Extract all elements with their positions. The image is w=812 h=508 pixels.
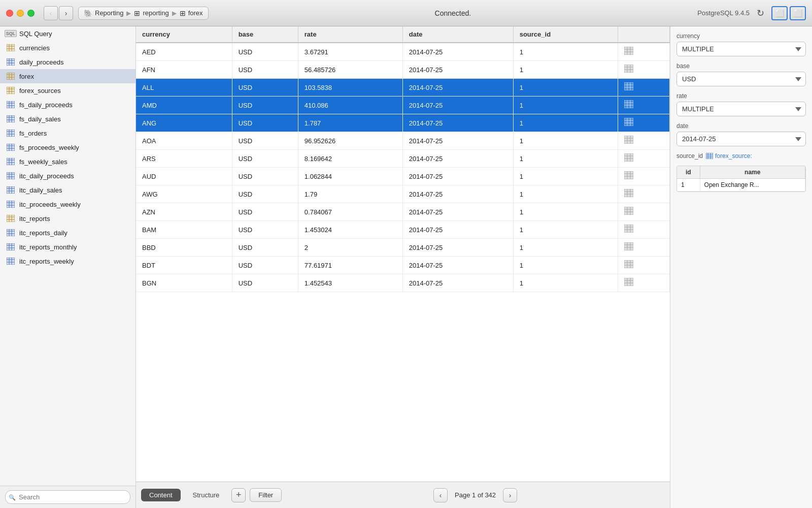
table-row[interactable]: AOAUSD96.9526262014-07-251: [136, 132, 670, 150]
sidebar-item-forex[interactable]: forex: [0, 69, 136, 83]
cell-action[interactable]: [618, 221, 669, 239]
sidebar-item-fs-orders[interactable]: fs_orders: [0, 126, 136, 140]
maximize-button[interactable]: [27, 10, 35, 17]
data-table: currencybaseratedatesource_id AEDUSD3.67…: [136, 26, 670, 292]
cell-action[interactable]: [618, 150, 669, 168]
cell-action[interactable]: [618, 168, 669, 185]
col-header-action: [618, 26, 669, 43]
filter-select-rate[interactable]: MULTIPLE: [676, 102, 806, 116]
cell-source_id: 1: [513, 274, 618, 292]
row-table-icon: [624, 171, 633, 179]
filter-label-base: base: [676, 62, 806, 70]
filter-select-base[interactable]: USD: [676, 72, 806, 86]
view-right-button[interactable]: ⬜: [790, 6, 806, 20]
table-row[interactable]: AZNUSD0.7840672014-07-251: [136, 203, 670, 221]
back-button[interactable]: ‹: [44, 6, 58, 20]
cell-action[interactable]: [618, 114, 669, 132]
right-panel: currencyMULTIPLEbaseUSDrateMULTIPLEdate2…: [670, 26, 812, 508]
breadcrumb-table-label: forex: [188, 9, 203, 17]
table-row[interactable]: AEDUSD3.672912014-07-251: [136, 43, 670, 61]
titlebar: ‹ › 🐘 Reporting ▶ ⊞ reporting ▶ ⊞ forex …: [0, 0, 812, 26]
prev-page-button[interactable]: ‹: [433, 488, 448, 502]
refresh-button[interactable]: ↻: [755, 6, 766, 21]
svg-rect-120: [624, 118, 633, 126]
cell-date: 2014-07-25: [402, 239, 513, 257]
table-row[interactable]: AFNUSD56.4857262014-07-251: [136, 61, 670, 79]
cell-currency: BBD: [136, 239, 232, 257]
sidebar-item-currencies[interactable]: currencies: [0, 41, 136, 55]
table-row[interactable]: AUDUSD1.0628442014-07-251: [136, 168, 670, 185]
cell-action[interactable]: [618, 97, 669, 114]
sidebar-item-itc-reports-weekly[interactable]: itc_reports_weekly: [0, 254, 136, 268]
filter-select-date[interactable]: 2014-07-25: [676, 132, 806, 146]
sidebar-item-itc-proceeds-weekly[interactable]: itc_proceeds_weekly: [0, 197, 136, 211]
cell-date: 2014-07-25: [402, 97, 513, 114]
sidebar-item-itc-daily-sales[interactable]: itc_daily_sales: [0, 183, 136, 197]
sidebar-item-fs-proceeds-weekly[interactable]: fs_proceeds_weekly: [0, 140, 136, 154]
cell-action[interactable]: [618, 61, 669, 79]
sidebar-item-label: itc_daily_sales: [19, 186, 62, 194]
breadcrumb-schema[interactable]: ⊞ reporting: [134, 9, 168, 17]
sidebar-item-sql-query[interactable]: SQLSQL Query: [0, 26, 136, 41]
table-row[interactable]: AWGUSD1.792014-07-251: [136, 185, 670, 203]
sidebar-item-itc-reports-daily[interactable]: itc_reports_daily: [0, 226, 136, 240]
cell-currency: AWG: [136, 185, 232, 203]
content-tab[interactable]: Content: [141, 489, 181, 501]
filter-button[interactable]: Filter: [250, 488, 282, 502]
cell-action[interactable]: [618, 239, 669, 257]
cell-action[interactable]: [618, 203, 669, 221]
view-left-button[interactable]: ⬜: [771, 6, 788, 20]
source-table-icon: [706, 153, 713, 159]
cell-action[interactable]: [618, 43, 669, 61]
svg-rect-96: [624, 47, 633, 55]
sidebar-item-forex-sources[interactable]: forex_sources: [0, 83, 136, 98]
source-id-link[interactable]: forex_source:: [706, 152, 752, 160]
sidebar-item-itc-reports-monthly[interactable]: itc_reports_monthly: [0, 240, 136, 254]
sidebar-item-label: fs_daily_proceeds: [19, 101, 73, 109]
col-header-base: base: [232, 26, 298, 43]
next-page-button[interactable]: ›: [503, 488, 517, 502]
sidebar-item-label: fs_weekly_sales: [19, 158, 67, 166]
breadcrumb-db[interactable]: 🐘 Reporting: [84, 9, 123, 17]
breadcrumb-table[interactable]: ⊞ forex: [180, 9, 203, 17]
add-row-button[interactable]: +: [231, 488, 246, 502]
cell-base: USD: [232, 61, 298, 79]
col-header-date: date: [402, 26, 513, 43]
sidebar-item-fs-daily-proceeds[interactable]: fs_daily_proceeds: [0, 98, 136, 112]
main-content: SQLSQL Query currencies daily_proceeds f…: [0, 26, 812, 508]
close-button[interactable]: [6, 10, 13, 17]
cell-base: USD: [232, 114, 298, 132]
cell-action[interactable]: [618, 79, 669, 97]
sidebar-item-daily-proceeds[interactable]: daily_proceeds: [0, 55, 136, 69]
structure-tab[interactable]: Structure: [185, 489, 228, 501]
sidebar-item-fs-daily-sales[interactable]: fs_daily_sales: [0, 112, 136, 126]
cell-action[interactable]: [618, 257, 669, 274]
grid-icon: [7, 258, 15, 265]
cell-date: 2014-07-25: [402, 114, 513, 132]
table-row[interactable]: ANGUSD1.7872014-07-251: [136, 114, 670, 132]
svg-rect-156: [624, 225, 633, 233]
cell-action[interactable]: [618, 185, 669, 203]
table-row[interactable]: AMDUSD410.0862014-07-251: [136, 97, 670, 114]
table-row[interactable]: BAMUSD1.4530242014-07-251: [136, 221, 670, 239]
cell-action[interactable]: [618, 274, 669, 292]
cell-action[interactable]: [618, 132, 669, 150]
table-row[interactable]: ARSUSD8.1696422014-07-251: [136, 150, 670, 168]
minimize-button[interactable]: [17, 10, 24, 17]
cell-source_id: 1: [513, 43, 618, 61]
sidebar-item-itc-reports[interactable]: itc_reports: [0, 211, 136, 226]
sidebar-item-itc-daily-proceeds[interactable]: itc_daily_proceeds: [0, 169, 136, 183]
table-row[interactable]: BDTUSD77.619712014-07-251: [136, 257, 670, 274]
table-row[interactable]: ALLUSD103.58382014-07-251: [136, 79, 670, 97]
filter-select-currency[interactable]: MULTIPLE: [676, 42, 806, 56]
search-input[interactable]: [5, 490, 130, 504]
sidebar-item-fs-weekly-sales[interactable]: fs_weekly_sales: [0, 154, 136, 169]
row-table-icon: [624, 100, 633, 108]
sidebar-item-label: forex: [19, 73, 34, 80]
forward-button[interactable]: ›: [59, 6, 73, 20]
svg-rect-66: [7, 201, 15, 208]
table-row[interactable]: BGNUSD1.4525432014-07-251: [136, 274, 670, 292]
svg-rect-138: [624, 171, 633, 179]
source-id-row: source_id forex_source:: [676, 152, 806, 160]
table-row[interactable]: BBDUSD22014-07-251: [136, 239, 670, 257]
